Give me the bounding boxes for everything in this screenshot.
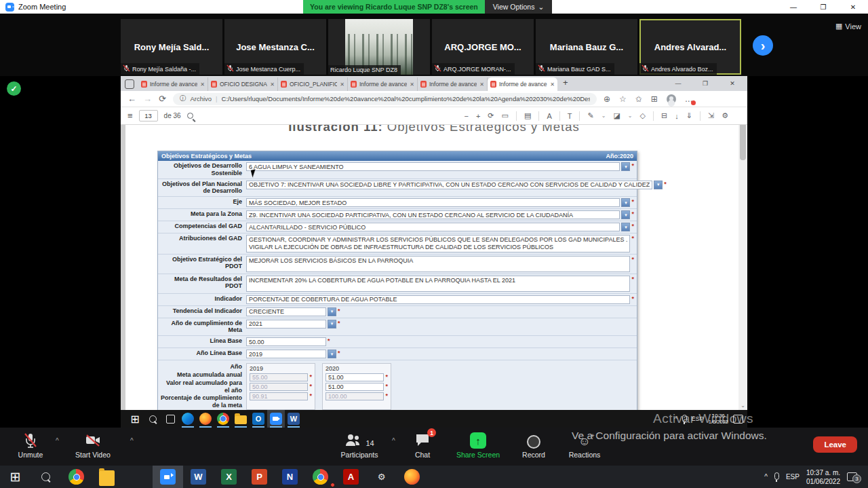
taskbar-search-icon[interactable] bbox=[31, 466, 61, 488]
pdf-tool-caret-down-icon[interactable]: ⌄ bbox=[628, 113, 633, 119]
taskbar-word-icon[interactable]: W bbox=[183, 466, 214, 488]
browser-menu-icon[interactable]: … bbox=[685, 94, 693, 104]
browser-minimize-button[interactable]: — bbox=[665, 76, 692, 91]
participant-tile[interactable]: Andres Alvarad...Andres Alvarado Boz... bbox=[639, 19, 741, 75]
select-field[interactable]: MÁS SOCIEDAD, MEJOR ESTADO bbox=[246, 198, 620, 207]
browser-tab[interactable]: Informe de avance al c✕ bbox=[488, 77, 557, 91]
new-tab-button[interactable]: + bbox=[563, 77, 568, 88]
participants-button[interactable]: 14 Participants bbox=[330, 432, 389, 459]
favorite-star-icon[interactable]: ☆ bbox=[619, 94, 627, 104]
browser-close-button[interactable]: ✕ bbox=[719, 76, 746, 91]
participant-tile[interactable]: Jose Mestanza C...Jose Mestanza Cuerp... bbox=[224, 19, 326, 75]
pdf-tool-read-aloud-icon[interactable]: A bbox=[547, 112, 551, 120]
input-field[interactable]: PORCENTAJE DE COBERTURA DE AGUA POTABLE bbox=[246, 295, 630, 304]
taskbar-file-explorer-icon[interactable] bbox=[92, 466, 122, 488]
scroll-down-icon[interactable]: ⌄ bbox=[738, 401, 747, 410]
select-field[interactable]: 6 AGUA LIMPIA Y SANEAMIENTO bbox=[246, 162, 620, 171]
taskbar-search-icon[interactable] bbox=[144, 410, 161, 428]
dropdown-arrow-icon[interactable]: ▾ bbox=[621, 223, 630, 231]
select-field[interactable]: 2021 bbox=[246, 320, 326, 329]
host-clock[interactable]: 10:37 a. m.01/06/2022 bbox=[806, 468, 840, 486]
pdf-tool-draw-icon[interactable]: ✎ bbox=[587, 111, 593, 120]
host-mic-icon[interactable] bbox=[774, 472, 779, 480]
browser-tab[interactable]: OFICIO DESIGNACIÓN✕ bbox=[208, 77, 278, 91]
participant-tile[interactable]: Rony Mejía Sald...Rony Mejía Saldaña -..… bbox=[121, 19, 222, 75]
record-button[interactable]: Record bbox=[513, 432, 555, 459]
pdf-tool-highlight-icon[interactable]: ◪ bbox=[613, 111, 620, 120]
unmute-button[interactable]: Unmute bbox=[8, 432, 53, 459]
taskbar-edge-icon[interactable] bbox=[179, 410, 197, 428]
taskbar-zoom-icon[interactable] bbox=[153, 466, 183, 488]
page-number-input[interactable]: 13 bbox=[139, 110, 158, 121]
participants-options-chevron[interactable]: ^ bbox=[392, 437, 395, 445]
taskbar-powerpoint-icon[interactable]: P bbox=[244, 466, 275, 488]
taskbar-word-icon[interactable]: W bbox=[285, 410, 302, 428]
host-tray-chevron-icon[interactable]: ^ bbox=[764, 473, 768, 481]
tab-close-icon[interactable]: ✕ bbox=[410, 81, 414, 88]
pdf-scrollbar[interactable]: ^ ⌄ bbox=[738, 125, 747, 410]
chat-button[interactable]: 1 Chat bbox=[407, 432, 438, 459]
audio-options-chevron[interactable]: ^ bbox=[56, 437, 59, 445]
toc-icon[interactable]: ≡ bbox=[127, 111, 133, 121]
zoom-page-icon[interactable]: ⊕ bbox=[604, 94, 610, 104]
profile-avatar-icon[interactable] bbox=[667, 94, 676, 104]
pdf-tool-print-icon[interactable]: ⊟ bbox=[661, 111, 667, 120]
taskbar-app-blue-icon[interactable]: N bbox=[275, 466, 305, 488]
tab-actions-icon[interactable] bbox=[125, 79, 134, 89]
refresh-icon[interactable]: ⟳ bbox=[159, 94, 166, 104]
select-field[interactable]: CRECIENTE bbox=[246, 307, 326, 316]
collections-icon[interactable]: ⊞ bbox=[651, 94, 658, 104]
forward-icon[interactable]: → bbox=[143, 94, 152, 104]
taskbar-zoom-icon[interactable] bbox=[267, 410, 285, 428]
taskbar-firefox-icon[interactable] bbox=[197, 410, 214, 428]
favorites-bar-icon[interactable]: ✩ bbox=[635, 94, 642, 104]
select-field[interactable]: ALCANTARILLADO - SERVICIO PÚBLICO bbox=[246, 223, 620, 231]
view-button[interactable]: ▦ View bbox=[835, 22, 861, 31]
dropdown-arrow-icon[interactable]: ▾ bbox=[621, 162, 630, 171]
taskbar-chrome-icon[interactable] bbox=[305, 466, 336, 488]
taskbar-file-explorer-icon[interactable] bbox=[232, 410, 250, 428]
pdf-tool-caret-down-icon[interactable]: ⌄ bbox=[601, 113, 606, 119]
video-options-chevron[interactable]: ^ bbox=[130, 437, 134, 445]
search-icon[interactable] bbox=[187, 113, 193, 119]
taskbar-excel-icon[interactable]: X bbox=[214, 466, 244, 488]
share-screen-button[interactable]: ↑ Share Screen bbox=[449, 432, 507, 459]
textarea-field[interactable]: MEJORAR LOS SERVICIOS BÁSICOS EN LA PARR… bbox=[246, 256, 630, 272]
select-field[interactable]: Z9. INCENTIVAR UNA SOCIEDAD PARTICIPATIV… bbox=[246, 210, 620, 219]
dropdown-arrow-icon[interactable]: ▾ bbox=[621, 210, 630, 219]
participant-tile[interactable]: ARQ.JORGE MO...ARQ.JORGE MORAN-... bbox=[432, 19, 534, 75]
pdf-tool-expand-icon[interactable]: ⇲ bbox=[708, 111, 714, 120]
taskbar-start-icon[interactable]: ⊞ bbox=[126, 410, 144, 428]
leave-button[interactable]: Leave bbox=[813, 436, 857, 453]
scrollbar-thumb[interactable] bbox=[740, 125, 746, 160]
taskbar-settings-icon[interactable]: ⚙ bbox=[366, 466, 397, 488]
select-field[interactable]: 2019 bbox=[246, 350, 326, 358]
year-value-input[interactable]: 51.00 bbox=[326, 373, 384, 381]
dropdown-arrow-icon[interactable]: ▾ bbox=[621, 198, 630, 207]
next-participants-button[interactable]: › bbox=[753, 35, 773, 56]
input-field[interactable]: 50.00 bbox=[246, 337, 326, 346]
tab-close-icon[interactable]: ✕ bbox=[270, 81, 275, 88]
dropdown-arrow-icon[interactable]: ▾ bbox=[328, 307, 336, 316]
start-video-button[interactable]: Start Video bbox=[68, 432, 118, 459]
maximize-button[interactable]: ❐ bbox=[808, 0, 838, 14]
textarea-field[interactable]: INCREMENTAR 20% LA COBERTURA DE AGUA POT… bbox=[246, 276, 630, 292]
dropdown-arrow-icon[interactable]: ▾ bbox=[328, 350, 336, 358]
taskbar-firefox-icon[interactable] bbox=[397, 466, 427, 488]
pdf-tool-add-text-icon[interactable]: T bbox=[568, 112, 572, 120]
pdf-tool-save-icon[interactable]: ↓ bbox=[675, 112, 679, 120]
taskbar-start-icon[interactable]: ⊞ bbox=[0, 466, 31, 488]
textarea-field[interactable]: GESTIONAR, COORDINAR Y ADMINISTRAR LOS S… bbox=[246, 235, 630, 252]
host-language-indicator[interactable]: ESP bbox=[786, 473, 800, 481]
browser-tab[interactable]: Informe de avance al c✕ bbox=[348, 77, 418, 91]
host-notifications-icon[interactable]: 3 bbox=[847, 472, 857, 481]
browser-tab[interactable]: Informe de avance al c✕ bbox=[418, 77, 488, 91]
close-button[interactable]: ✕ bbox=[838, 0, 868, 14]
tab-close-icon[interactable]: ✕ bbox=[550, 81, 555, 88]
taskbar-acrobat-icon[interactable]: A bbox=[336, 466, 366, 488]
taskbar-chrome-icon[interactable] bbox=[61, 466, 92, 488]
tab-close-icon[interactable]: ✕ bbox=[340, 81, 344, 88]
tab-close-icon[interactable]: ✕ bbox=[200, 81, 205, 88]
minimize-button[interactable]: — bbox=[778, 0, 808, 14]
tab-close-icon[interactable]: ✕ bbox=[479, 81, 484, 88]
